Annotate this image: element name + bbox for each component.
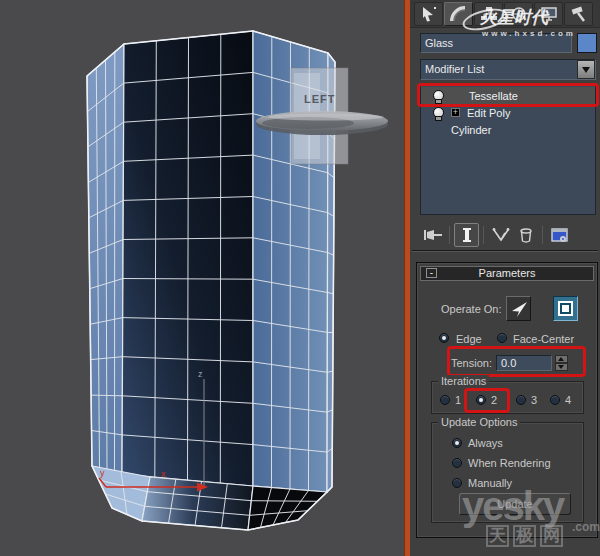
face-center-radio-label: Face-Center (513, 333, 574, 345)
tension-row: Tension: 0.0 (451, 349, 582, 376)
hierarchy-icon (479, 5, 499, 23)
edge-radio[interactable] (439, 333, 449, 343)
always-label: Always (468, 437, 503, 449)
show-end-result-button[interactable] (454, 223, 479, 247)
iterations-3-radio[interactable] (516, 395, 526, 405)
modifier-enabled-bulb-icon[interactable] (433, 90, 442, 102)
x-axis-label: x (161, 469, 166, 479)
object-name-field[interactable]: Glass (420, 33, 572, 53)
operate-on-face-button[interactable] (506, 296, 531, 321)
update-button[interactable]: Update (459, 493, 571, 515)
toolbar-separator (449, 226, 450, 244)
modifier-list-label: Modifier List (425, 63, 484, 75)
when-rendering-label: When Rendering (468, 457, 551, 469)
configure-sets-icon (550, 226, 570, 244)
stack-item-label: Tessellate (469, 90, 518, 102)
collapse-minus-icon[interactable]: - (426, 268, 437, 278)
make-unique-icon (490, 226, 512, 244)
operate-on-label: Operate On: (441, 303, 502, 315)
modifier-list-dropdown[interactable]: Modifier List (420, 59, 596, 80)
toolbar-separator (542, 226, 543, 244)
face-center-radio[interactable] (497, 333, 507, 343)
tension-label: Tension: (451, 357, 492, 369)
glass-disc-object[interactable] (256, 111, 388, 135)
parameters-rollout-title: Parameters (479, 267, 536, 279)
triangle-up-icon (558, 357, 564, 361)
app-window: LEFT z x y (0, 0, 600, 556)
iterations-1-radio[interactable] (440, 395, 450, 405)
configure-modifier-sets-button[interactable] (547, 223, 572, 247)
display-monitor-icon (539, 5, 559, 23)
tab-create[interactable] (414, 2, 443, 26)
viewport-left[interactable]: LEFT z x y (0, 0, 404, 556)
iterations-3-label: 3 (531, 394, 537, 406)
y-axis-label: y (100, 468, 105, 478)
z-axis-label: z (198, 369, 203, 379)
tab-motion[interactable] (504, 2, 533, 26)
modifier-stack: Tessellate + Edit Poly Cylinder (420, 85, 596, 215)
create-arrow-icon (419, 5, 439, 23)
polygon-square-icon (560, 303, 571, 314)
iterations-2-radio[interactable] (476, 395, 486, 405)
chevron-down-icon (582, 67, 590, 73)
edge-radio-label: Edge (456, 333, 482, 345)
stack-item-label: Edit Poly (467, 107, 510, 119)
stack-item-tessellate[interactable]: Tessellate (421, 87, 595, 104)
when-rendering-radio[interactable] (452, 458, 462, 468)
tab-modify[interactable] (444, 2, 473, 26)
stack-toolbar (420, 221, 598, 248)
stack-item-cylinder[interactable]: Cylinder (421, 121, 595, 138)
stack-item-edit-poly[interactable]: + Edit Poly (421, 104, 595, 121)
spinner-up-button[interactable] (555, 355, 568, 363)
triangle-down-icon (558, 365, 564, 369)
manually-radio[interactable] (452, 478, 462, 488)
iterations-2-label: 2 (491, 394, 497, 406)
tab-utilities[interactable] (564, 2, 593, 26)
modify-bend-icon (449, 5, 469, 23)
show-end-result-icon (460, 226, 474, 244)
pin-icon (422, 227, 444, 243)
modifier-list-arrow-button[interactable] (577, 60, 595, 79)
modifier-enabled-bulb-icon[interactable] (433, 107, 442, 119)
tension-spinner[interactable] (555, 355, 568, 371)
always-radio[interactable] (452, 438, 462, 448)
viewport-object-label: LEFT (304, 93, 336, 105)
spinner-down-button[interactable] (555, 363, 568, 371)
pin-stack-button[interactable] (420, 223, 445, 247)
iterations-group-label: Iterations (438, 375, 489, 387)
update-options-group-label: Update Options (438, 416, 520, 428)
iterations-4-label: 4 (565, 394, 571, 406)
remove-modifier-button[interactable] (513, 223, 538, 247)
tab-display[interactable] (534, 2, 563, 26)
toolbar-separator (483, 226, 484, 244)
expand-plus-icon[interactable]: + (451, 108, 460, 117)
iterations-1-label: 1 (455, 394, 461, 406)
parameters-rollout-header[interactable]: - Parameters (420, 266, 594, 281)
utilities-hammer-icon (569, 5, 589, 23)
update-options-group: Update Options Always When Rendering Man… (431, 422, 584, 523)
panel-groove-divider (412, 250, 598, 252)
operate-on-polygon-button[interactable] (553, 296, 578, 321)
iterations-group: Iterations 1 2 3 4 (431, 381, 584, 414)
stack-item-label: Cylinder (451, 124, 491, 136)
make-unique-button[interactable] (488, 223, 513, 247)
face-triangle-icon (508, 298, 530, 320)
manually-label: Manually (468, 477, 512, 489)
trash-icon (518, 226, 534, 244)
tab-hierarchy[interactable] (474, 2, 503, 26)
tension-input[interactable]: 0.0 (496, 355, 552, 371)
motion-wheel-icon (509, 5, 529, 23)
object-color-swatch[interactable] (577, 33, 597, 53)
iterations-4-radio[interactable] (550, 395, 560, 405)
scene-svg: LEFT z x y (0, 0, 404, 556)
command-panel-tabs (410, 0, 600, 28)
command-panel: Glass Modifier List Tessellate + Edit Po… (410, 0, 600, 556)
parameters-rollout: - Parameters Operate On: Edge Face-Cente… (416, 262, 598, 538)
